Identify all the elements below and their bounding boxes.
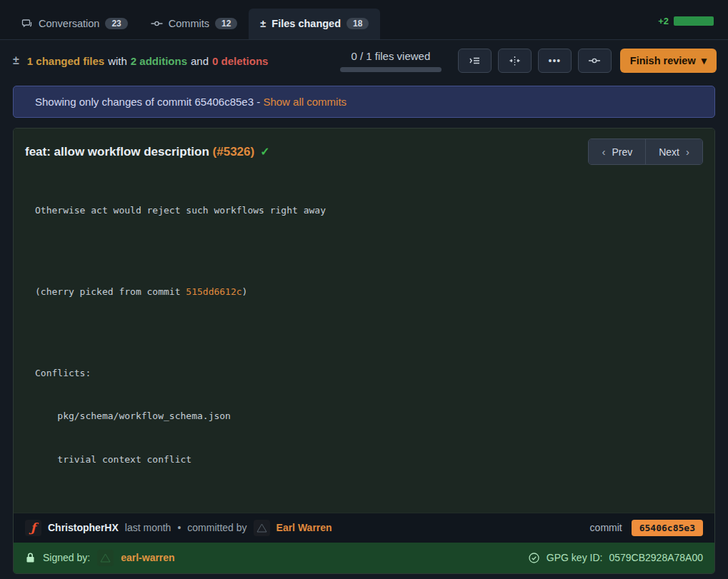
author-name[interactable]: ChristopherHX (48, 522, 119, 533)
ellipsis-icon: ••• (548, 55, 561, 66)
changed-files-link[interactable]: 1 changed files (27, 55, 104, 67)
summary-text: and (191, 55, 209, 67)
tab-count: 12 (215, 18, 237, 29)
files-viewed-label: 0 / 1 files viewed (351, 50, 430, 62)
pr-tab-strip: Conversation 23 Commits 12 ± Files chang… (0, 0, 728, 40)
chevron-right-icon: › (686, 146, 689, 158)
tab-count: 23 (105, 18, 127, 29)
committed-by-label: committed by (187, 522, 246, 533)
diff-icon: ± (13, 54, 19, 67)
committer-avatar[interactable] (254, 520, 270, 536)
tab-count: 18 (346, 18, 369, 29)
dot-separator: • (177, 522, 181, 533)
prev-commit-button[interactable]: ‹ Prev (589, 139, 645, 164)
comment-icon (21, 18, 33, 29)
tab-label: Conversation (39, 18, 99, 29)
files-toolbar: ± 1 changed files with 2 additions and 0… (0, 40, 728, 80)
more-options-button[interactable]: ••• (538, 49, 572, 73)
commit-select-button[interactable] (578, 49, 612, 73)
finish-review-button[interactable]: Finish review ▾ (620, 49, 717, 73)
changes-summary: ± 1 changed files with 2 additions and 0… (13, 54, 268, 67)
tab-conversation[interactable]: Conversation 23 (10, 9, 139, 39)
author-avatar[interactable]: ƒ (25, 520, 41, 536)
signer-name-link[interactable]: earl-warren (121, 552, 174, 563)
cherry-pick-hash-link[interactable]: 515dd6612c (186, 286, 241, 297)
conflict-file: pkg/schema/workflow_schema.json (35, 409, 703, 423)
additions-bar (674, 16, 714, 26)
toggle-file-tree-button[interactable] (458, 49, 492, 73)
files-viewed-progress: 0 / 1 files viewed (340, 50, 442, 72)
conflict-note: trivial context conflict (35, 453, 703, 467)
badge-check-icon (528, 552, 540, 564)
next-commit-button[interactable]: Next › (645, 139, 702, 164)
commit-message-line: Otherwise act would reject such workflow… (35, 203, 703, 218)
signer-avatar[interactable] (97, 550, 114, 566)
caret-down-icon: ▾ (702, 55, 707, 66)
commit-signed-row: Signed by: earl-warren GPG key ID: 0579C… (14, 543, 714, 573)
signed-by-label: Signed by: (43, 552, 90, 563)
committer-name[interactable]: Earl Warren (276, 522, 332, 533)
lock-icon (25, 552, 36, 563)
conflicts-header: Conflicts: (35, 366, 703, 381)
banner-text: Showing only changes of commit 65406c85e… (35, 96, 260, 108)
commit-title-text: feat: allow workflow description (25, 145, 213, 158)
split-view-button[interactable] (498, 49, 532, 73)
diff-icon: ± (260, 18, 266, 29)
tab-label: Files changed (271, 18, 341, 29)
cherry-pick-text: ) (242, 286, 248, 297)
files-viewed-bar (340, 67, 442, 72)
commit-author-row: ƒ ChristopherHX last month • committed b… (14, 513, 714, 543)
gpg-key-label: GPG key ID: (547, 552, 603, 563)
commit-nav: ‹ Prev Next › (588, 139, 703, 165)
additions-text: 2 additions (131, 55, 187, 67)
tab-label: Commits (169, 18, 209, 29)
summary-text: with (108, 55, 127, 67)
commit-box: feat: allow workflow description (#5326)… (13, 128, 715, 574)
show-all-commits-link[interactable]: Show all commits (263, 96, 346, 108)
commit-time: last month (125, 522, 171, 533)
gpg-key-info: GPG key ID: 0579CB2928A78A00 (528, 552, 703, 564)
verified-check-icon: ✓ (260, 146, 269, 158)
prev-label: Prev (612, 146, 632, 158)
finish-review-label: Finish review (630, 55, 696, 66)
next-label: Next (659, 146, 679, 158)
commit-message-line: (cherry picked from commit 515dd6612c) (35, 285, 703, 299)
deletions-text: 0 deletions (212, 55, 268, 67)
chevron-left-icon: ‹ (602, 146, 605, 158)
commit-title: feat: allow workflow description (#5326)… (25, 145, 270, 159)
tab-commits[interactable]: Commits 12 (139, 9, 249, 39)
pr-diff-stat: +2 (658, 16, 714, 39)
additions-count: +2 (658, 16, 669, 26)
commit-label: commit (590, 522, 622, 533)
commit-filter-banner: Showing only changes of commit 65406c85e… (13, 86, 715, 118)
commit-sha-badge[interactable]: 65406c85e3 (632, 520, 703, 536)
commit-icon (151, 18, 163, 29)
cherry-pick-text: (cherry picked from commit (35, 286, 186, 297)
commit-message: Otherwise act would reject such workflow… (25, 165, 703, 508)
gpg-key-value: 0579CB2928A78A00 (609, 552, 703, 563)
issue-link[interactable]: (#5326) (213, 145, 255, 158)
tab-files-changed[interactable]: ± Files changed 18 (249, 9, 380, 39)
